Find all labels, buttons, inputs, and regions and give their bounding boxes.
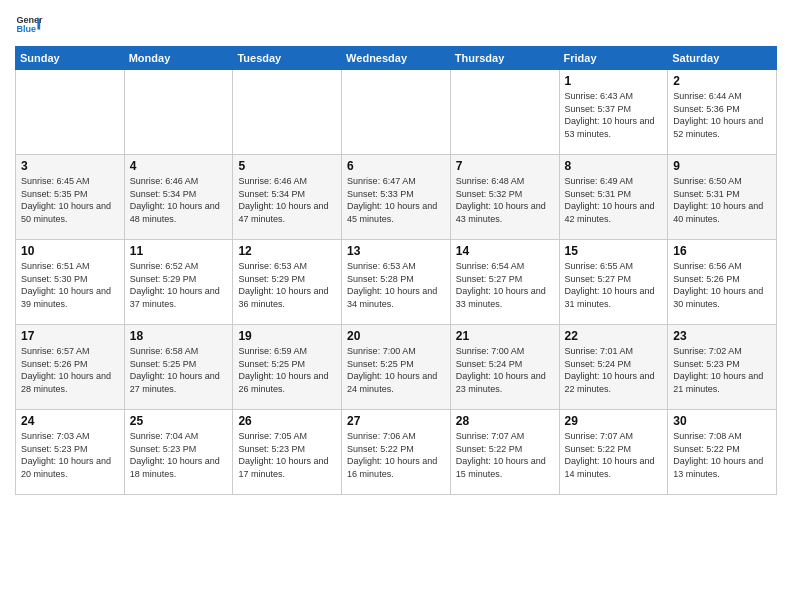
day-info: Sunrise: 6:49 AM Sunset: 5:31 PM Dayligh… [565,175,663,225]
day-cell: 14Sunrise: 6:54 AM Sunset: 5:27 PM Dayli… [450,240,559,325]
day-cell [342,70,451,155]
day-cell [233,70,342,155]
day-info: Sunrise: 6:53 AM Sunset: 5:29 PM Dayligh… [238,260,336,310]
day-number: 18 [130,329,228,343]
day-info: Sunrise: 6:51 AM Sunset: 5:30 PM Dayligh… [21,260,119,310]
day-number: 9 [673,159,771,173]
day-cell: 3Sunrise: 6:45 AM Sunset: 5:35 PM Daylig… [16,155,125,240]
week-row-3: 10Sunrise: 6:51 AM Sunset: 5:30 PM Dayli… [16,240,777,325]
day-info: Sunrise: 7:02 AM Sunset: 5:23 PM Dayligh… [673,345,771,395]
day-info: Sunrise: 7:00 AM Sunset: 5:24 PM Dayligh… [456,345,554,395]
weekday-header-thursday: Thursday [450,47,559,70]
day-info: Sunrise: 6:46 AM Sunset: 5:34 PM Dayligh… [130,175,228,225]
day-cell: 4Sunrise: 6:46 AM Sunset: 5:34 PM Daylig… [124,155,233,240]
logo: General Blue [15,10,47,38]
day-info: Sunrise: 7:03 AM Sunset: 5:23 PM Dayligh… [21,430,119,480]
day-info: Sunrise: 7:01 AM Sunset: 5:24 PM Dayligh… [565,345,663,395]
day-cell: 11Sunrise: 6:52 AM Sunset: 5:29 PM Dayli… [124,240,233,325]
header: General Blue [15,10,777,38]
day-cell: 13Sunrise: 6:53 AM Sunset: 5:28 PM Dayli… [342,240,451,325]
day-number: 25 [130,414,228,428]
day-cell: 15Sunrise: 6:55 AM Sunset: 5:27 PM Dayli… [559,240,668,325]
day-cell: 5Sunrise: 6:46 AM Sunset: 5:34 PM Daylig… [233,155,342,240]
weekday-header-friday: Friday [559,47,668,70]
day-number: 19 [238,329,336,343]
weekday-header-row: SundayMondayTuesdayWednesdayThursdayFrid… [16,47,777,70]
day-number: 23 [673,329,771,343]
calendar-table: SundayMondayTuesdayWednesdayThursdayFrid… [15,46,777,495]
day-info: Sunrise: 7:04 AM Sunset: 5:23 PM Dayligh… [130,430,228,480]
day-number: 22 [565,329,663,343]
calendar-page: General Blue SundayMondayTuesdayWednesda… [0,0,792,612]
logo-icon: General Blue [15,10,43,38]
weekday-header-wednesday: Wednesday [342,47,451,70]
day-number: 8 [565,159,663,173]
weekday-header-sunday: Sunday [16,47,125,70]
day-cell: 23Sunrise: 7:02 AM Sunset: 5:23 PM Dayli… [668,325,777,410]
day-cell: 24Sunrise: 7:03 AM Sunset: 5:23 PM Dayli… [16,410,125,495]
day-cell: 7Sunrise: 6:48 AM Sunset: 5:32 PM Daylig… [450,155,559,240]
day-info: Sunrise: 6:55 AM Sunset: 5:27 PM Dayligh… [565,260,663,310]
day-number: 6 [347,159,445,173]
week-row-1: 1Sunrise: 6:43 AM Sunset: 5:37 PM Daylig… [16,70,777,155]
day-cell: 26Sunrise: 7:05 AM Sunset: 5:23 PM Dayli… [233,410,342,495]
day-info: Sunrise: 6:57 AM Sunset: 5:26 PM Dayligh… [21,345,119,395]
svg-text:Blue: Blue [16,24,36,34]
day-info: Sunrise: 6:56 AM Sunset: 5:26 PM Dayligh… [673,260,771,310]
day-info: Sunrise: 6:53 AM Sunset: 5:28 PM Dayligh… [347,260,445,310]
day-info: Sunrise: 7:07 AM Sunset: 5:22 PM Dayligh… [565,430,663,480]
day-cell: 10Sunrise: 6:51 AM Sunset: 5:30 PM Dayli… [16,240,125,325]
week-row-2: 3Sunrise: 6:45 AM Sunset: 5:35 PM Daylig… [16,155,777,240]
day-number: 28 [456,414,554,428]
day-number: 4 [130,159,228,173]
day-cell: 12Sunrise: 6:53 AM Sunset: 5:29 PM Dayli… [233,240,342,325]
day-cell: 8Sunrise: 6:49 AM Sunset: 5:31 PM Daylig… [559,155,668,240]
day-cell: 28Sunrise: 7:07 AM Sunset: 5:22 PM Dayli… [450,410,559,495]
day-number: 13 [347,244,445,258]
day-number: 15 [565,244,663,258]
day-info: Sunrise: 7:00 AM Sunset: 5:25 PM Dayligh… [347,345,445,395]
day-cell: 6Sunrise: 6:47 AM Sunset: 5:33 PM Daylig… [342,155,451,240]
weekday-header-saturday: Saturday [668,47,777,70]
day-cell: 1Sunrise: 6:43 AM Sunset: 5:37 PM Daylig… [559,70,668,155]
day-info: Sunrise: 6:47 AM Sunset: 5:33 PM Dayligh… [347,175,445,225]
weekday-header-tuesday: Tuesday [233,47,342,70]
day-cell [450,70,559,155]
day-cell: 2Sunrise: 6:44 AM Sunset: 5:36 PM Daylig… [668,70,777,155]
day-cell [124,70,233,155]
day-number: 3 [21,159,119,173]
day-cell: 16Sunrise: 6:56 AM Sunset: 5:26 PM Dayli… [668,240,777,325]
day-number: 7 [456,159,554,173]
day-number: 1 [565,74,663,88]
day-number: 20 [347,329,445,343]
day-number: 17 [21,329,119,343]
day-info: Sunrise: 6:48 AM Sunset: 5:32 PM Dayligh… [456,175,554,225]
day-cell: 20Sunrise: 7:00 AM Sunset: 5:25 PM Dayli… [342,325,451,410]
day-cell: 30Sunrise: 7:08 AM Sunset: 5:22 PM Dayli… [668,410,777,495]
day-info: Sunrise: 6:46 AM Sunset: 5:34 PM Dayligh… [238,175,336,225]
day-number: 11 [130,244,228,258]
day-cell [16,70,125,155]
day-info: Sunrise: 6:54 AM Sunset: 5:27 PM Dayligh… [456,260,554,310]
day-cell: 18Sunrise: 6:58 AM Sunset: 5:25 PM Dayli… [124,325,233,410]
day-info: Sunrise: 6:58 AM Sunset: 5:25 PM Dayligh… [130,345,228,395]
day-info: Sunrise: 6:43 AM Sunset: 5:37 PM Dayligh… [565,90,663,140]
day-cell: 29Sunrise: 7:07 AM Sunset: 5:22 PM Dayli… [559,410,668,495]
day-number: 26 [238,414,336,428]
week-row-5: 24Sunrise: 7:03 AM Sunset: 5:23 PM Dayli… [16,410,777,495]
day-cell: 25Sunrise: 7:04 AM Sunset: 5:23 PM Dayli… [124,410,233,495]
day-info: Sunrise: 6:44 AM Sunset: 5:36 PM Dayligh… [673,90,771,140]
day-cell: 9Sunrise: 6:50 AM Sunset: 5:31 PM Daylig… [668,155,777,240]
day-cell: 27Sunrise: 7:06 AM Sunset: 5:22 PM Dayli… [342,410,451,495]
day-number: 14 [456,244,554,258]
day-info: Sunrise: 6:52 AM Sunset: 5:29 PM Dayligh… [130,260,228,310]
day-info: Sunrise: 7:08 AM Sunset: 5:22 PM Dayligh… [673,430,771,480]
week-row-4: 17Sunrise: 6:57 AM Sunset: 5:26 PM Dayli… [16,325,777,410]
day-info: Sunrise: 6:59 AM Sunset: 5:25 PM Dayligh… [238,345,336,395]
day-number: 24 [21,414,119,428]
day-number: 12 [238,244,336,258]
day-number: 5 [238,159,336,173]
day-number: 16 [673,244,771,258]
day-number: 27 [347,414,445,428]
weekday-header-monday: Monday [124,47,233,70]
